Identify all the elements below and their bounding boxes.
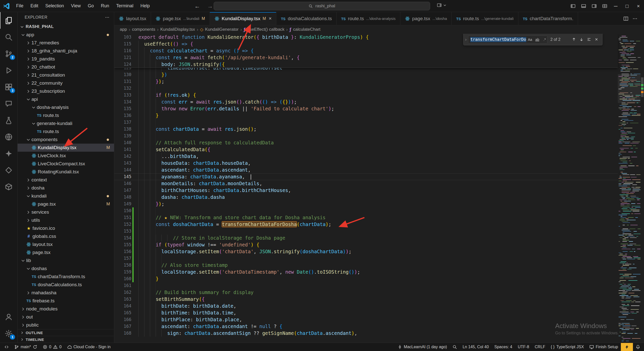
activity-gemini[interactable] <box>0 145 17 162</box>
toggle-replace-icon[interactable]: › <box>464 34 468 45</box>
code-text[interactable]: // Attach full response to calculatedDat… <box>138 139 618 146</box>
code-text[interactable] <box>138 207 618 214</box>
code-text[interactable]: if (typeof window !== 'undefined') { <box>138 241 618 248</box>
line-number[interactable]: 148 <box>114 194 138 201</box>
status-notifications[interactable] <box>633 343 643 351</box>
tree-item-chartdatatransform-ts[interactable]: TSchartDataTransform.ts <box>18 273 114 281</box>
code-text[interactable] <box>138 228 618 235</box>
line-number[interactable]: 153 <box>114 228 138 235</box>
line-number[interactable]: 149 <box>114 201 138 207</box>
status-remote-indicator[interactable] <box>2 343 12 351</box>
line-number[interactable]: 134 <box>114 99 138 105</box>
code-line-131[interactable]: 131}); <box>114 78 618 85</box>
code-text[interactable]: }) <box>138 71 618 78</box>
breadcrumb-item-app[interactable]: app <box>120 27 127 32</box>
tree-item-mahadasha[interactable]: mahadasha <box>18 289 114 297</box>
nav-back-icon[interactable]: ← <box>194 3 200 10</box>
activity-live-preview[interactable] <box>0 129 17 145</box>
line-number[interactable]: 152 <box>114 221 138 228</box>
window-maximize-button[interactable]: □ <box>621 0 633 12</box>
line-number[interactable]: 155 <box>114 241 138 248</box>
code-text[interactable]: localStorage.setItem('chartData', JSON.s… <box>138 248 618 255</box>
tab-route-ts[interactable]: TSroute.ts...\dosha-analysis <box>337 12 400 25</box>
status-encoding[interactable]: UTF-8 <box>515 343 532 351</box>
code-line-159[interactable]: 159localStorage.setItem('chartDataTimest… <box>114 269 618 275</box>
line-number[interactable]: 124 <box>114 61 138 68</box>
tree-item-18-griha-shanti-puja[interactable]: 18_griha_shanti_puja <box>18 47 114 55</box>
breadcrumb-item-kundalidisplay-tsx[interactable]: KundaliDisplay.tsx <box>160 27 195 32</box>
tree-item-17-remedies[interactable]: 17_remedies <box>18 39 114 47</box>
code-line-116[interactable]: 116const calculateChart = async () => { <box>114 47 618 54</box>
line-number[interactable]: 160 <box>114 275 138 282</box>
code-text[interactable]: const calculateChart = async () => { <box>138 47 618 54</box>
regex-toggle[interactable]: .* <box>541 36 548 43</box>
tree-item-dosha-analysis[interactable]: dosha-analysis <box>18 103 114 111</box>
toggle-sidebar-icon[interactable] <box>568 0 578 12</box>
code-line-139[interactable]: 139 <box>114 133 618 139</box>
status-git-branch[interactable]: main* <box>12 343 40 351</box>
tree-item-route-ts[interactable]: TSroute.ts <box>18 127 114 136</box>
activity-run-debug[interactable] <box>0 62 17 79</box>
line-number[interactable]: 141 <box>114 146 138 153</box>
line-number[interactable]: 147 <box>114 187 138 194</box>
tree-item-kundali[interactable]: kundali <box>18 192 114 200</box>
code-text[interactable]: // Store in localStorage for Dosha page <box>138 235 618 241</box>
tab-page-tsx[interactable]: page.tsx...\kundaliM <box>151 12 210 25</box>
code-text[interactable]: timezoneOffset: birthData.timezoneOffset <box>138 68 618 71</box>
code-line-165[interactable]: 165birthTime: birthData.time, <box>114 309 618 316</box>
code-line-143[interactable]: 143houseData: chartData.houseData, <box>114 160 618 167</box>
line-number[interactable]: 129 <box>114 68 138 71</box>
code-text[interactable]: birthTime: birthData.time, <box>138 309 618 316</box>
toggle-secondary-sidebar-icon[interactable] <box>589 0 599 12</box>
tree-item-lib[interactable]: lib <box>18 257 114 265</box>
code-line-124[interactable]: 124body: JSON.stringify({ <box>114 61 618 68</box>
breadcrumb-item-kundaligenerator[interactable]: KundaliGenerator <box>205 27 239 32</box>
code-text[interactable]: setBirthSummary({ <box>138 296 618 303</box>
status-cursor-position[interactable]: Ln 145, Col 40 <box>460 343 491 351</box>
tree-item-page-tsx[interactable]: page.tsxM <box>18 200 114 208</box>
code-text[interactable]: const err = await res.json().catch(() =>… <box>138 99 618 105</box>
line-number[interactable]: 168 <box>114 330 138 337</box>
code-text[interactable]: // Also store timestamp <box>138 262 618 269</box>
breadcrumb-item-calculatechart[interactable]: calculateChart <box>293 27 321 32</box>
tree-item-context[interactable]: context <box>18 176 114 184</box>
line-number[interactable]: 115 <box>114 41 138 47</box>
tree-item-api[interactable]: api <box>18 95 114 103</box>
code-text[interactable]: } <box>138 275 618 282</box>
status-indentation[interactable]: Spaces: 4 <box>491 343 515 351</box>
line-number[interactable]: 151 <box>114 214 138 221</box>
code-line-151[interactable]: 151// ★ NEW: Transform and store chart d… <box>114 214 618 221</box>
line-number[interactable]: 163 <box>114 296 138 303</box>
line-number[interactable]: 156 <box>114 248 138 255</box>
code-text[interactable]: }); <box>138 201 618 207</box>
timeline-section[interactable]: TIMELINE <box>18 336 114 343</box>
line-number[interactable]: 167 <box>114 323 138 330</box>
whole-word-toggle[interactable]: ab <box>534 36 541 43</box>
scrollbar-thumb[interactable] <box>641 77 643 97</box>
workspace-section-header[interactable]: RASHI_PHAL <box>18 23 114 31</box>
match-case-toggle[interactable]: Aa <box>527 36 534 43</box>
tree-item-node-modules[interactable]: node_modules <box>18 305 114 313</box>
code-text[interactable]: body: JSON.stringify({ <box>138 61 618 68</box>
window-close-button[interactable]: × <box>633 0 644 12</box>
code-text[interactable]: ascendant: chartData.ascendant != null ?… <box>138 323 618 330</box>
line-number[interactable]: 144 <box>114 167 138 173</box>
code-line-142[interactable]: 142...birthData, <box>114 153 618 160</box>
find-next-icon[interactable] <box>578 36 585 43</box>
vertical-scrollbar[interactable] <box>640 34 644 343</box>
code-line-168[interactable]: 168sign: chartData.ascendantSign ?? getS… <box>114 330 618 337</box>
code-line-130[interactable]: 130}) <box>114 71 618 78</box>
code-text[interactable]: const chartData = await res.json(); <box>138 126 618 133</box>
line-number[interactable]: 162 <box>114 289 138 296</box>
tree-item-23-subscription[interactable]: 23_subscription <box>18 87 114 95</box>
code-line-129[interactable]: 129timezoneOffset: birthData.timezoneOff… <box>114 68 618 71</box>
tab-close-icon[interactable]: × <box>269 16 272 21</box>
status-problems[interactable]: 00 <box>40 343 64 351</box>
code-line-135[interactable]: 135throw new Error(err.details || 'Faile… <box>114 105 618 112</box>
activity-explorer[interactable] <box>0 12 17 29</box>
code-line-156[interactable]: 156localStorage.setItem('chartData', JSO… <box>114 248 618 255</box>
code-line-161[interactable]: 161 <box>114 282 618 289</box>
code-line-164[interactable]: 164birthDate: birthData.date, <box>114 303 618 309</box>
customize-layout-icon[interactable] <box>599 0 610 12</box>
code-text[interactable]: birthPlace: birthData.place, <box>138 316 618 323</box>
